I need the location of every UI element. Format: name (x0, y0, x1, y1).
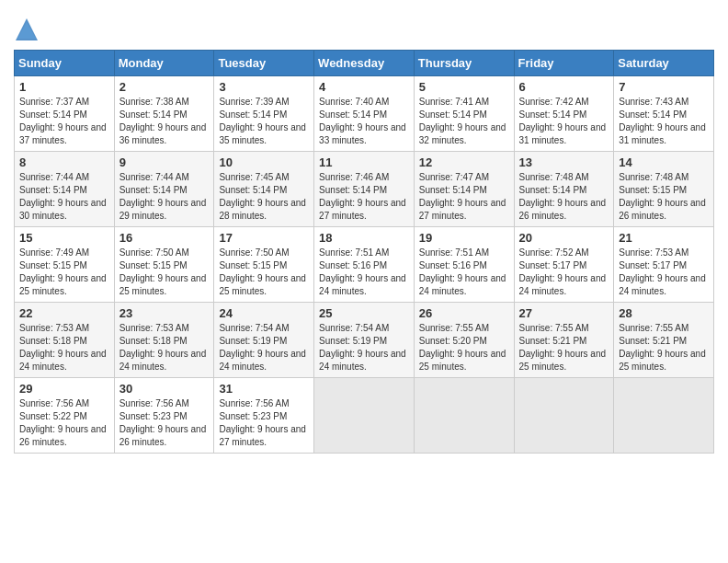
calendar-cell: 21 Sunrise: 7:53 AM Sunset: 5:17 PM Dayl… (614, 227, 714, 303)
calendar: SundayMondayTuesdayWednesdayThursdayFrid… (14, 50, 714, 454)
day-number: 11 (319, 155, 409, 169)
calendar-cell: 3 Sunrise: 7:39 AM Sunset: 5:14 PM Dayli… (214, 76, 314, 152)
day-info: Sunrise: 7:43 AM Sunset: 5:14 PM Dayligh… (619, 96, 709, 147)
calendar-cell: 15 Sunrise: 7:49 AM Sunset: 5:15 PM Dayl… (15, 227, 115, 303)
day-number: 17 (219, 231, 309, 245)
day-info: Sunrise: 7:55 AM Sunset: 5:21 PM Dayligh… (619, 322, 709, 373)
calendar-week-2: 8 Sunrise: 7:44 AM Sunset: 5:14 PM Dayli… (15, 152, 714, 227)
calendar-cell: 24 Sunrise: 7:54 AM Sunset: 5:19 PM Dayl… (214, 303, 314, 378)
day-info: Sunrise: 7:49 AM Sunset: 5:15 PM Dayligh… (19, 247, 109, 298)
day-number: 14 (619, 155, 709, 169)
day-number: 23 (119, 306, 210, 320)
calendar-cell: 26 Sunrise: 7:55 AM Sunset: 5:20 PM Dayl… (414, 303, 514, 378)
calendar-cell: 30 Sunrise: 7:56 AM Sunset: 5:23 PM Dayl… (114, 378, 214, 454)
calendar-cell: 31 Sunrise: 7:56 AM Sunset: 5:23 PM Dayl… (214, 378, 314, 454)
calendar-cell: 13 Sunrise: 7:48 AM Sunset: 5:14 PM Dayl… (514, 152, 614, 227)
day-number: 5 (419, 80, 509, 94)
calendar-cell: 2 Sunrise: 7:38 AM Sunset: 5:14 PM Dayli… (114, 76, 214, 152)
calendar-cell: 28 Sunrise: 7:55 AM Sunset: 5:21 PM Dayl… (614, 303, 714, 378)
day-info: Sunrise: 7:50 AM Sunset: 5:15 PM Dayligh… (119, 247, 210, 298)
day-number: 15 (19, 231, 109, 245)
day-number: 6 (519, 80, 609, 94)
day-number: 27 (519, 306, 609, 320)
day-info: Sunrise: 7:45 AM Sunset: 5:14 PM Dayligh… (219, 171, 309, 223)
svg-marker-1 (17, 22, 36, 39)
day-info: Sunrise: 7:55 AM Sunset: 5:21 PM Dayligh… (519, 322, 609, 373)
day-info: Sunrise: 7:55 AM Sunset: 5:20 PM Dayligh… (419, 322, 509, 373)
day-info: Sunrise: 7:53 AM Sunset: 5:18 PM Dayligh… (19, 322, 109, 373)
day-info: Sunrise: 7:38 AM Sunset: 5:14 PM Dayligh… (119, 96, 210, 147)
calendar-cell: 29 Sunrise: 7:56 AM Sunset: 5:22 PM Dayl… (15, 378, 115, 454)
day-info: Sunrise: 7:44 AM Sunset: 5:14 PM Dayligh… (119, 171, 210, 223)
day-number: 10 (219, 155, 309, 169)
calendar-cell: 16 Sunrise: 7:50 AM Sunset: 5:15 PM Dayl… (114, 227, 214, 303)
calendar-cell (514, 378, 614, 454)
weekday-header-thursday: Thursday (414, 51, 514, 76)
day-info: Sunrise: 7:39 AM Sunset: 5:14 PM Dayligh… (219, 96, 309, 147)
calendar-cell (414, 378, 514, 454)
day-number: 28 (619, 306, 709, 320)
header (14, 9, 714, 42)
day-info: Sunrise: 7:37 AM Sunset: 5:14 PM Dayligh… (19, 96, 109, 147)
calendar-cell: 5 Sunrise: 7:41 AM Sunset: 5:14 PM Dayli… (414, 76, 514, 152)
calendar-cell: 17 Sunrise: 7:50 AM Sunset: 5:15 PM Dayl… (214, 227, 314, 303)
day-number: 3 (219, 80, 309, 94)
day-number: 9 (119, 155, 210, 169)
weekday-header-sunday: Sunday (15, 51, 115, 76)
calendar-cell: 6 Sunrise: 7:42 AM Sunset: 5:14 PM Dayli… (514, 76, 614, 152)
calendar-week-4: 22 Sunrise: 7:53 AM Sunset: 5:18 PM Dayl… (15, 303, 714, 378)
weekday-header-row: SundayMondayTuesdayWednesdayThursdayFrid… (15, 51, 714, 76)
day-number: 19 (419, 231, 509, 245)
calendar-cell: 11 Sunrise: 7:46 AM Sunset: 5:14 PM Dayl… (314, 152, 415, 227)
day-number: 2 (119, 80, 210, 94)
day-number: 12 (419, 155, 509, 169)
day-number: 20 (519, 231, 609, 245)
day-number: 21 (619, 231, 709, 245)
calendar-cell: 27 Sunrise: 7:55 AM Sunset: 5:21 PM Dayl… (514, 303, 614, 378)
calendar-cell: 22 Sunrise: 7:53 AM Sunset: 5:18 PM Dayl… (15, 303, 115, 378)
weekday-header-tuesday: Tuesday (214, 51, 314, 76)
calendar-cell: 19 Sunrise: 7:51 AM Sunset: 5:16 PM Dayl… (414, 227, 514, 303)
day-info: Sunrise: 7:48 AM Sunset: 5:14 PM Dayligh… (519, 171, 609, 223)
day-number: 8 (19, 155, 109, 169)
day-number: 22 (19, 306, 109, 320)
day-info: Sunrise: 7:42 AM Sunset: 5:14 PM Dayligh… (519, 96, 609, 147)
calendar-cell: 12 Sunrise: 7:47 AM Sunset: 5:14 PM Dayl… (414, 152, 514, 227)
calendar-cell: 14 Sunrise: 7:48 AM Sunset: 5:15 PM Dayl… (614, 152, 714, 227)
calendar-cell: 7 Sunrise: 7:43 AM Sunset: 5:14 PM Dayli… (614, 76, 714, 152)
weekday-header-friday: Friday (514, 51, 614, 76)
calendar-cell: 23 Sunrise: 7:53 AM Sunset: 5:18 PM Dayl… (114, 303, 214, 378)
day-info: Sunrise: 7:41 AM Sunset: 5:14 PM Dayligh… (419, 96, 509, 147)
calendar-cell (614, 378, 714, 454)
day-number: 30 (119, 382, 210, 396)
calendar-cell: 10 Sunrise: 7:45 AM Sunset: 5:14 PM Dayl… (214, 152, 314, 227)
day-info: Sunrise: 7:53 AM Sunset: 5:18 PM Dayligh… (119, 322, 210, 373)
day-number: 13 (519, 155, 609, 169)
day-info: Sunrise: 7:51 AM Sunset: 5:16 PM Dayligh… (319, 247, 409, 298)
day-info: Sunrise: 7:54 AM Sunset: 5:19 PM Dayligh… (319, 322, 409, 373)
day-number: 4 (319, 80, 409, 94)
calendar-cell (314, 378, 415, 454)
logo-icon (14, 17, 40, 42)
calendar-cell: 8 Sunrise: 7:44 AM Sunset: 5:14 PM Dayli… (15, 152, 115, 227)
day-info: Sunrise: 7:56 AM Sunset: 5:22 PM Dayligh… (19, 397, 109, 449)
day-info: Sunrise: 7:50 AM Sunset: 5:15 PM Dayligh… (219, 247, 309, 298)
day-number: 18 (319, 231, 409, 245)
day-number: 24 (219, 306, 309, 320)
day-info: Sunrise: 7:40 AM Sunset: 5:14 PM Dayligh… (319, 96, 409, 147)
day-number: 31 (219, 382, 309, 396)
day-info: Sunrise: 7:56 AM Sunset: 5:23 PM Dayligh… (119, 397, 210, 449)
day-number: 1 (19, 80, 109, 94)
calendar-body: 1 Sunrise: 7:37 AM Sunset: 5:14 PM Dayli… (15, 76, 714, 454)
day-info: Sunrise: 7:44 AM Sunset: 5:14 PM Dayligh… (19, 171, 109, 223)
calendar-week-5: 29 Sunrise: 7:56 AM Sunset: 5:22 PM Dayl… (15, 378, 714, 454)
calendar-cell: 4 Sunrise: 7:40 AM Sunset: 5:14 PM Dayli… (314, 76, 415, 152)
calendar-cell: 25 Sunrise: 7:54 AM Sunset: 5:19 PM Dayl… (314, 303, 415, 378)
day-info: Sunrise: 7:51 AM Sunset: 5:16 PM Dayligh… (419, 247, 509, 298)
day-info: Sunrise: 7:52 AM Sunset: 5:17 PM Dayligh… (519, 247, 609, 298)
day-number: 25 (319, 306, 409, 320)
day-info: Sunrise: 7:54 AM Sunset: 5:19 PM Dayligh… (219, 322, 309, 373)
day-info: Sunrise: 7:48 AM Sunset: 5:15 PM Dayligh… (619, 171, 709, 223)
day-info: Sunrise: 7:53 AM Sunset: 5:17 PM Dayligh… (619, 247, 709, 298)
day-number: 16 (119, 231, 210, 245)
